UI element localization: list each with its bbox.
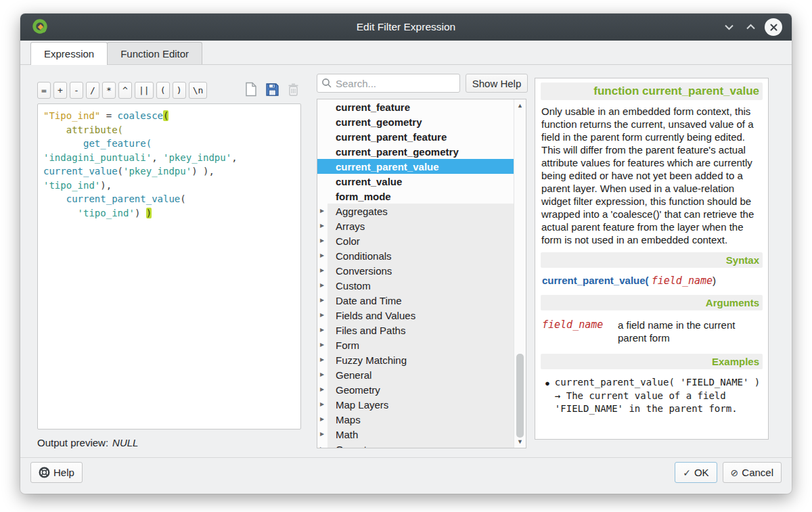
expand-arrow-icon[interactable]: ▸ [320,444,324,448]
list-item-label: Operators [336,444,381,449]
function-group-row[interactable]: ▸Math [317,427,514,442]
function-list-item[interactable]: current_geometry [317,114,514,129]
list-item-label: Arrays [336,220,365,232]
syntax-signature: current_parent_value( field_name) [542,275,761,287]
expand-arrow-icon[interactable]: ▸ [320,340,324,349]
show-help-button[interactable]: Show Help [466,74,528,93]
expand-arrow-icon[interactable]: ▸ [320,220,324,230]
expand-arrow-icon[interactable]: ▸ [320,414,324,423]
scrollbar-thumb[interactable] [516,354,524,438]
close-icon[interactable] [765,18,782,36]
list-item-label: current_parent_feature [336,131,447,143]
list-item-label: Aggregates [336,206,388,217]
delete-expression-icon[interactable] [285,81,301,97]
function-group-row[interactable]: ▸Form [317,338,514,352]
function-search-box[interactable] [317,74,460,93]
expand-arrow-icon[interactable]: ▸ [320,369,324,379]
tab-expression[interactable]: Expression [30,42,108,65]
maximize-icon[interactable] [743,20,758,34]
example-text: current_parent_value( 'FIELD_NAME' ) → T… [555,376,761,416]
function-list-scrollbar[interactable]: ▲ ▼ [514,99,526,448]
bullet-icon: ● [545,377,550,416]
argument-description: a field name in the current parent form [618,319,753,344]
expand-arrow-icon[interactable]: ▸ [320,325,324,334]
arguments-heading: Arguments [541,295,763,310]
list-item-label: form_mode [336,191,391,202]
code-line: 'indagini_puntuali', 'pkey_indpu', [43,151,295,165]
function-list-item[interactable]: current_parent_feature [317,129,514,144]
minimize-icon[interactable] [721,20,736,34]
help-button[interactable]: Help [30,462,83,483]
syntax-heading: Syntax [541,252,763,268]
function-group-row[interactable]: ▸Map Layers [317,397,514,412]
function-help-panel: function current_parent_value Only usabl… [535,78,769,440]
code-line: 'tipo_ind') ) [43,206,295,220]
tab-bar: Expression Function Editor [20,42,792,65]
function-list-item[interactable]: form_mode [317,189,514,204]
help-button-label: Help [53,467,74,478]
expand-arrow-icon[interactable]: ▸ [320,265,324,275]
new-expression-icon[interactable] [243,81,259,97]
list-item-label: current_value [336,176,402,187]
expand-arrow-icon[interactable]: ▸ [320,206,324,215]
list-item-label: Fields and Values [336,310,415,321]
function-group-row[interactable]: ▸Custom [317,278,514,293]
expand-arrow-icon[interactable]: ▸ [320,399,324,409]
function-group-row[interactable]: ▸Geometry [317,382,514,397]
function-list-item[interactable]: current_parent_geometry [317,144,514,159]
ok-button[interactable]: ✓ OK [675,462,717,483]
function-group-row[interactable]: ▸Date and Time [317,293,514,308]
function-list: current_featurecurrent_geometrycurrent_p… [317,99,526,448]
expression-code-editor[interactable]: "Tipo_ind" = coalesce( attribute( get_fe… [37,103,301,429]
ok-button-label: OK [694,467,709,478]
tab-function-editor-label: Function Editor [120,48,189,60]
expand-arrow-icon[interactable]: ▸ [320,250,324,260]
scroll-down-icon[interactable]: ▼ [514,436,526,447]
code-line: current_value('pkey_indpu') ), [43,164,295,179]
list-item-label: Maps [336,414,361,425]
code-line: "Tipo_ind" = coalesce( [43,109,295,123]
code-line: attribute( [43,123,295,137]
function-group-row[interactable]: ▸Conversions [317,263,514,278]
expand-arrow-icon[interactable]: ▸ [320,310,324,319]
list-item-label: Fuzzy Matching [336,354,407,366]
argument-name: field_name [542,319,611,344]
lifebuoy-icon [39,467,50,478]
list-item-label: Geometry [336,384,380,396]
titlebar[interactable]: Edit Filter Expression [20,14,792,41]
list-item-label: current_parent_geometry [336,146,459,158]
function-list-item[interactable]: current_parent_value [317,159,514,174]
signature-argument: field_name [652,275,713,287]
list-item-label: Color [336,235,360,247]
list-item-label: current_geometry [336,116,422,128]
edit-filter-expression-dialog: Edit Filter Expression Expression Functi… [20,14,792,494]
scroll-up-icon[interactable]: ▲ [514,100,526,111]
list-item-label: Conversions [336,265,392,277]
tab-function-editor[interactable]: Function Editor [107,42,202,64]
expand-arrow-icon[interactable]: ▸ [320,295,324,304]
function-group-row[interactable]: ▸General [317,367,514,382]
expand-arrow-icon[interactable]: ▸ [320,235,324,245]
function-list-item[interactable]: current_feature [317,99,514,114]
function-group-row[interactable]: ▸Fuzzy Matching [317,352,514,367]
expand-arrow-icon[interactable]: ▸ [320,429,324,438]
function-group-row[interactable]: ▸Arrays [317,218,514,233]
cancel-button[interactable]: ⊘ Cancel [723,462,782,483]
function-group-row[interactable]: ▸Conditionals [317,248,514,263]
save-expression-icon[interactable] [264,81,280,97]
function-group-row[interactable]: ▸Fields and Values [317,308,514,323]
function-group-row[interactable]: ▸Operators [317,442,514,448]
output-preview-value: NULL [112,437,138,448]
function-group-row[interactable]: ▸Color [317,233,514,248]
search-input[interactable] [336,78,455,89]
help-title: function current_parent_value [541,83,763,100]
function-group-row[interactable]: ▸Files and Paths [317,323,514,338]
expand-arrow-icon[interactable]: ▸ [320,384,324,394]
expand-arrow-icon[interactable]: ▸ [320,280,324,289]
argument-row: field_name a field name in the current p… [542,319,761,344]
function-group-row[interactable]: ▸Maps [317,412,514,427]
function-group-row[interactable]: ▸Aggregates [317,204,514,218]
expand-arrow-icon[interactable]: ▸ [320,354,324,364]
function-list-item[interactable]: current_value [317,174,514,189]
qgis-logo-icon [31,18,49,36]
